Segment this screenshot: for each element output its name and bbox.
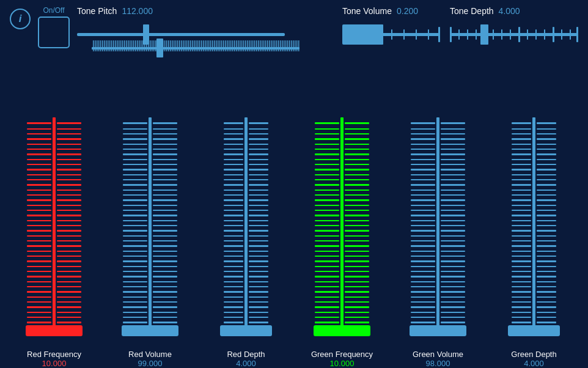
- svg-rect-242: [249, 149, 268, 150]
- svg-rect-344: [345, 251, 369, 252]
- red-frequency-slider[interactable]: [15, 117, 94, 350]
- svg-rect-339: [345, 225, 369, 226]
- svg-rect-428: [441, 260, 465, 262]
- svg-rect-413: [441, 184, 465, 186]
- svg-rect-35: [27, 133, 51, 134]
- svg-rect-50: [27, 210, 51, 211]
- svg-rect-371: [411, 174, 435, 175]
- svg-rect-36: [27, 138, 51, 140]
- svg-rect-175: [153, 225, 177, 226]
- svg-rect-364: [411, 138, 435, 140]
- svg-rect-362: [411, 128, 435, 130]
- svg-rect-215: [224, 215, 243, 216]
- svg-rect-157: [153, 133, 177, 134]
- svg-rect-474: [512, 281, 531, 282]
- svg-rect-150: [123, 301, 147, 303]
- svg-rect-111: [57, 317, 81, 318]
- svg-rect-149: [123, 296, 147, 298]
- svg-rect-57: [27, 245, 51, 247]
- info-icon[interactable]: i: [10, 9, 31, 29]
- svg-rect-332: [345, 190, 369, 191]
- svg-rect-490: [537, 159, 556, 160]
- svg-rect-1: [143, 24, 149, 45]
- red-volume-slider[interactable]: [111, 117, 190, 350]
- svg-rect-363: [411, 133, 435, 134]
- svg-rect-464: [512, 230, 531, 232]
- svg-rect-444: [512, 128, 531, 130]
- svg-rect-430: [441, 271, 465, 272]
- svg-rect-194: [153, 322, 177, 323]
- svg-rect-101: [57, 266, 81, 267]
- svg-rect-350: [345, 281, 369, 282]
- svg-rect-494: [537, 179, 556, 180]
- red-depth-label: Red Depth: [227, 350, 265, 359]
- svg-rect-445: [512, 133, 531, 134]
- on-off-button[interactable]: [38, 17, 70, 48]
- svg-rect-161: [153, 153, 177, 155]
- svg-rect-269: [249, 286, 268, 287]
- svg-rect-518: [537, 301, 556, 303]
- svg-rect-223: [224, 256, 243, 257]
- svg-rect-262: [249, 251, 268, 252]
- svg-rect-412: [441, 179, 465, 180]
- svg-rect-88: [57, 199, 81, 201]
- svg-rect-330: [345, 179, 369, 180]
- svg-rect-110: [57, 312, 81, 313]
- svg-rect-307: [315, 266, 339, 267]
- svg-rect-266: [249, 271, 268, 272]
- svg-rect-381: [411, 225, 435, 226]
- svg-rect-436: [441, 301, 465, 303]
- green-volume-value: 98.000: [426, 359, 450, 368]
- svg-rect-459: [512, 205, 531, 206]
- svg-rect-196: [244, 117, 248, 328]
- svg-rect-52: [27, 220, 51, 221]
- svg-rect-438: [441, 312, 465, 313]
- svg-rect-303: [315, 245, 339, 247]
- svg-rect-305: [315, 256, 339, 257]
- svg-rect-388: [411, 260, 435, 262]
- svg-rect-44: [27, 179, 51, 180]
- svg-rect-260: [249, 240, 268, 241]
- svg-rect-226: [224, 271, 243, 272]
- svg-rect-213: [224, 205, 243, 206]
- svg-rect-327: [345, 164, 369, 165]
- svg-rect-63: [27, 276, 51, 278]
- svg-rect-96: [57, 240, 81, 241]
- svg-rect-54: [27, 230, 51, 232]
- tone-volume-slider[interactable]: [342, 18, 440, 52]
- svg-rect-235: [224, 317, 243, 318]
- svg-rect-182: [153, 260, 177, 262]
- svg-rect-73: [57, 122, 81, 124]
- svg-rect-479: [512, 306, 531, 308]
- red-volume-group: Red Volume 99.000: [111, 117, 190, 368]
- svg-rect-520: [537, 312, 556, 313]
- svg-rect-59: [27, 256, 51, 257]
- svg-rect-374: [411, 190, 435, 191]
- svg-rect-77: [57, 144, 81, 145]
- svg-rect-418: [441, 210, 465, 211]
- svg-rect-103: [57, 276, 81, 278]
- svg-rect-516: [537, 291, 556, 293]
- svg-rect-316: [315, 312, 339, 313]
- green-depth-group: Green Depth 4.000: [494, 117, 574, 368]
- svg-rect-22: [510, 29, 511, 40]
- tone-depth-slider[interactable]: [450, 18, 578, 52]
- svg-rect-159: [153, 144, 177, 145]
- svg-rect-304: [315, 251, 339, 252]
- svg-rect-504: [537, 230, 556, 232]
- svg-rect-80: [57, 159, 81, 160]
- svg-rect-482: [512, 322, 531, 323]
- green-volume-slider[interactable]: [399, 117, 478, 350]
- green-frequency-slider[interactable]: [303, 117, 382, 350]
- red-depth-slider[interactable]: [207, 117, 286, 350]
- tone-volume-value: 0.200: [397, 6, 418, 16]
- svg-rect-46: [27, 190, 51, 191]
- svg-rect-45: [27, 184, 51, 186]
- svg-rect-153: [123, 317, 147, 318]
- tone-pitch-slider[interactable]: // This will be done via SVG directly: [77, 18, 285, 52]
- green-depth-slider[interactable]: [494, 117, 574, 350]
- svg-rect-376: [411, 199, 435, 201]
- svg-rect-507: [537, 245, 556, 247]
- svg-rect-470: [512, 260, 531, 262]
- tone-depth-label: Tone Depth: [450, 6, 494, 16]
